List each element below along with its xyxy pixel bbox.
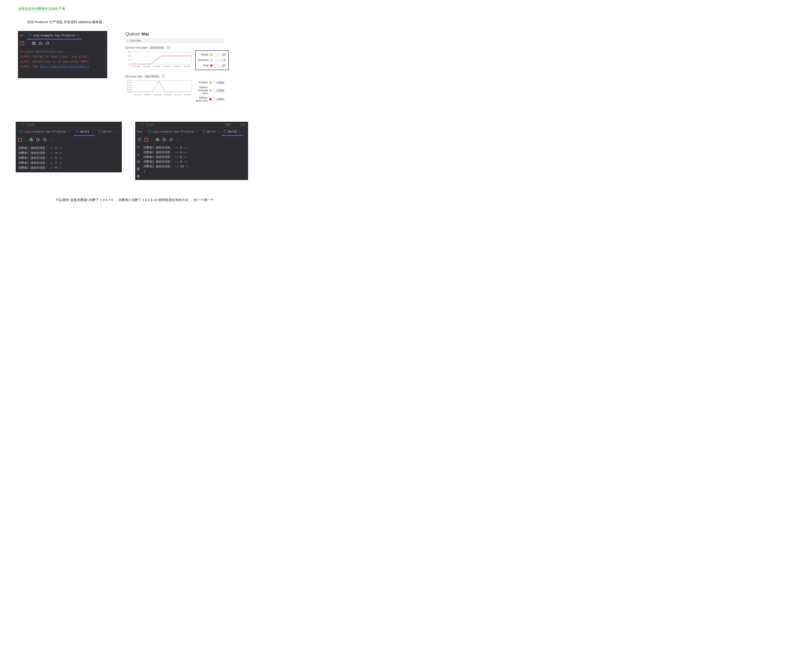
run-config-icon: [148, 130, 151, 133]
exit-icon[interactable]: [39, 41, 43, 45]
dashboard-icon[interactable]: [169, 138, 173, 141]
svg-text:2.0 /s: 2.0 /s: [127, 82, 131, 84]
kebab-icon[interactable]: ⋮: [50, 138, 53, 141]
print-icon[interactable]: [136, 174, 140, 178]
svg-rect-4: [39, 42, 41, 45]
console-line: E:\java\jdk\bin\java.exe ...: [20, 49, 105, 54]
scroll-icon[interactable]: [136, 167, 140, 171]
svg-text:20:33:30: 20:33:30: [183, 66, 190, 67]
rerun-icon[interactable]: [138, 138, 141, 141]
wrap-icon[interactable]: [136, 160, 140, 164]
dashboard-icon[interactable]: [43, 138, 46, 141]
camera-icon[interactable]: [156, 138, 159, 141]
close-icon[interactable]: ×: [69, 130, 70, 133]
tab-org.example.two.producer[interactable]: org.example.two.Producer×: [18, 128, 72, 136]
console-line: SLF4J: Failed to load class "org.slf4j.: [20, 54, 105, 59]
svg-text:20:33:20: 20:33:20: [184, 94, 191, 96]
svg-point-41: [76, 130, 77, 131]
svg-text:1.0 /s: 1.0 /s: [127, 87, 131, 88]
svg-text:20:32:40: 20:32:40: [133, 66, 140, 67]
tab-work2[interactable]: Work2×: [96, 128, 117, 136]
tab-work2[interactable]: Work2×: [221, 128, 243, 136]
svg-point-55: [157, 139, 158, 141]
range-pill[interactable]: last minute: [149, 46, 165, 49]
svg-text:20:33:10: 20:33:10: [163, 66, 170, 67]
run-config-icon: [29, 34, 32, 37]
help-icon[interactable]: ?: [166, 46, 170, 49]
stop-button[interactable]: [144, 138, 148, 141]
svg-point-45: [31, 139, 32, 141]
svg-rect-59: [138, 175, 139, 176]
legend-swatch: [210, 59, 213, 61]
console-output: 消费者2 接收到消息： —— 2 ——消费者2 接收到消息： —— 4 ——消费…: [141, 144, 248, 180]
rabbitmq-panel: Queue mu Overview Queued messages last m…: [125, 31, 224, 104]
legend-swatch: [210, 89, 212, 92]
svg-rect-46: [37, 138, 38, 141]
console-line: 消费者1 接收到消息： —— 1 ——: [18, 146, 119, 151]
svg-text:0: 0: [129, 63, 130, 65]
svg-rect-56: [163, 138, 165, 141]
console-line: 消费者1 接收到消息： —— 9 ——: [18, 165, 119, 170]
close-icon[interactable]: ×: [218, 130, 219, 133]
svg-point-43: [99, 130, 100, 131]
camera-icon[interactable]: [32, 41, 36, 45]
tab-label: org.example.two.Producer: [33, 34, 76, 37]
range-pill[interactable]: last minute: [144, 75, 160, 78]
exit-icon[interactable]: [162, 138, 166, 141]
close-icon[interactable]: ×: [114, 130, 115, 133]
legend-queued: Ready10 Unacked0 Total10: [195, 50, 229, 70]
camera-icon[interactable]: [29, 138, 33, 141]
run-config-icon: [76, 130, 79, 133]
console-line: 消费者2 接收到消息： —— 10 ——: [143, 164, 246, 169]
exit-icon[interactable]: [36, 138, 40, 141]
close-icon[interactable]: ×: [239, 130, 241, 133]
close-icon[interactable]: ×: [196, 130, 198, 133]
up-icon[interactable]: [136, 146, 140, 149]
dashboard-icon[interactable]: [46, 41, 49, 45]
conclusion-text: 可以看到 这里消费者1消费了 1 3 5 7 9 ， 消费者2 消费了 2 4 …: [9, 198, 260, 202]
console-output: 消费者1 接收到消息： —— 1 ——消费者1 接收到消息： —— 3 ——消费…: [16, 144, 121, 172]
section-queued: Queued messages last minute ?: [125, 46, 224, 49]
svg-text:20:32:30: 20:32:30: [134, 94, 141, 96]
console-line: 消费者1 接收到消息： —— 7 ——: [18, 161, 119, 165]
tab-org.example.two.producer[interactable]: org.example.two.Producer×: [146, 128, 200, 136]
svg-rect-14: [131, 52, 192, 64]
svg-point-39: [20, 130, 21, 131]
console-line: 消费者2 接收到消息： —— 2 ——: [143, 145, 246, 150]
console-line: 消费者2 接收到消息： —— 4 ——: [143, 150, 246, 155]
svg-text:20:32:50: 20:32:50: [143, 66, 150, 67]
chart-rates: 2.5 /s2.0 /s1.5 /s1.0 /s0.5 /s0.0 /s 20:…: [125, 79, 193, 99]
kebab-icon[interactable]: ⋮: [176, 138, 180, 141]
svg-text:2.5 /s: 2.5 /s: [127, 80, 131, 82]
tab-work1[interactable]: Work1×: [74, 128, 95, 136]
svg-text:20:33:00: 20:33:00: [153, 66, 160, 67]
run-config-icon: [224, 130, 227, 133]
svg-text:20:33:10: 20:33:10: [174, 94, 182, 96]
close-icon[interactable]: ×: [91, 130, 93, 133]
kebab-icon[interactable]: ⋮: [52, 41, 56, 45]
ide-work1: › 🗀 target org.example.two.Producer×Work…: [16, 122, 122, 172]
run-config-icon: [203, 130, 206, 133]
close-icon[interactable]: ×: [77, 34, 79, 37]
svg-text:15: 15: [128, 51, 130, 53]
stop-button[interactable]: [20, 41, 24, 45]
legend-swatch: [210, 54, 213, 56]
tab-work1[interactable]: Work1×: [200, 128, 221, 136]
svg-text:0.0 /s: 0.0 /s: [127, 91, 131, 93]
down-icon[interactable]: [136, 153, 140, 156]
legend-swatch: [210, 82, 212, 84]
run-config-icon: [98, 130, 102, 133]
stop-button[interactable]: [18, 138, 22, 141]
run-label: Run: [137, 130, 142, 133]
tab-producer[interactable]: org.example.two.Producer ×: [27, 31, 81, 39]
chart-queued: 151050 20:32:4020:32:5020:33:0020:33:102…: [125, 50, 193, 70]
svg-text:20:33:00: 20:33:00: [164, 94, 172, 96]
slf4j-link[interactable]: http://www.slf4j.org/codes.h: [40, 65, 89, 68]
svg-text:20:33:20: 20:33:20: [173, 66, 180, 67]
console-gutter: [136, 144, 141, 180]
intro-line: 启动 Producer 生产消息 并发送到 rabbitmq 服务器: [27, 20, 260, 24]
help-icon[interactable]: ?: [161, 75, 165, 78]
overview-toggle[interactable]: Overview: [125, 38, 224, 43]
console-line: SLF4J: See http://www.slf4j.org/codes.h: [20, 64, 105, 69]
svg-text:0.5 /s: 0.5 /s: [127, 89, 131, 91]
